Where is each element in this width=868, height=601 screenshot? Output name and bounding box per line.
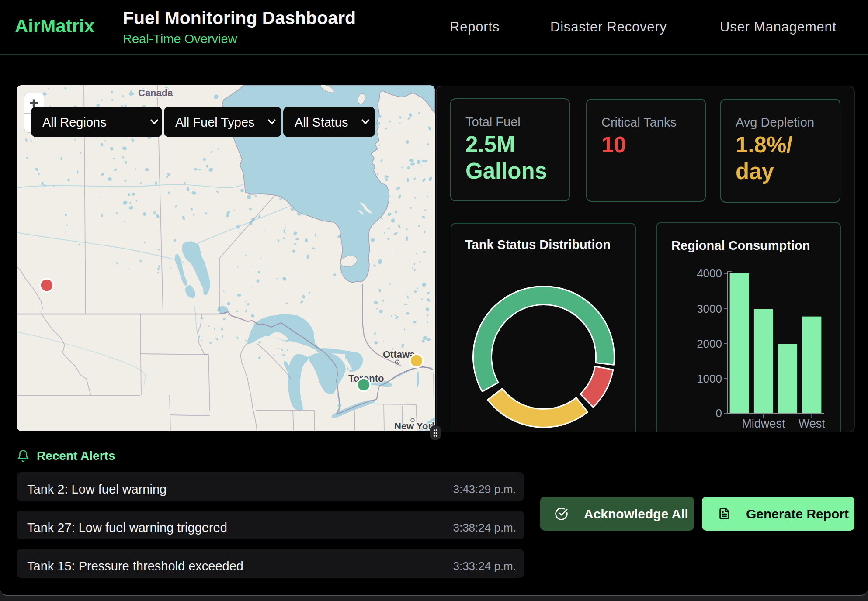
svg-text:3000: 3000	[697, 302, 722, 315]
svg-text:Midwest: Midwest	[742, 417, 785, 430]
svg-text:Canada: Canada	[138, 87, 173, 98]
svg-text:2000: 2000	[697, 337, 722, 350]
svg-text:0: 0	[716, 407, 722, 420]
svg-text:New York: New York	[394, 421, 435, 431]
svg-text:1000: 1000	[697, 372, 722, 385]
svg-text:4000: 4000	[697, 267, 722, 280]
svg-text:West: West	[799, 417, 826, 430]
